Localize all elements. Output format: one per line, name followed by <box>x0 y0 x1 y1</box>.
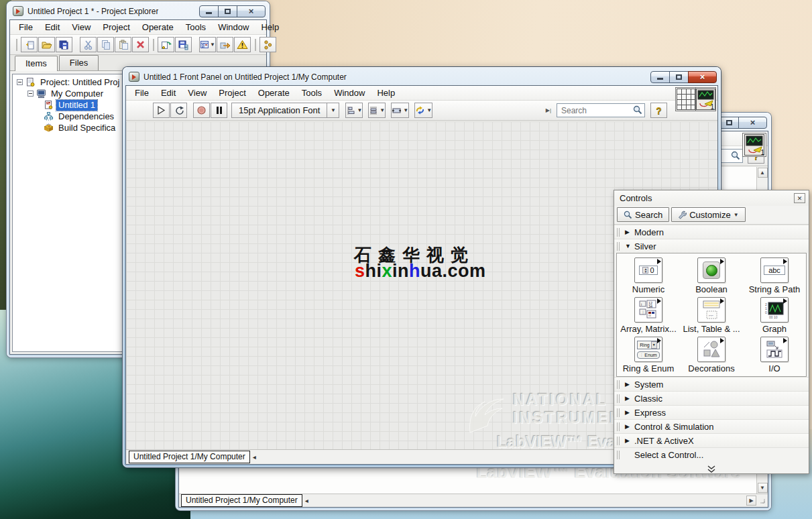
open-folder-button[interactable] <box>38 37 55 52</box>
palette-titlebar[interactable]: Controls ✕ <box>614 190 809 206</box>
menu-window[interactable]: Window <box>328 86 371 99</box>
scroll-up-icon[interactable]: ▲ <box>758 168 768 178</box>
palette-section-modern[interactable]: ▶ Modern <box>614 225 809 239</box>
abort-button[interactable] <box>193 103 210 118</box>
palette-item-ring-enum[interactable]: Ring▼ ⋮Enum Ring & Enum <box>617 334 680 373</box>
menu-view[interactable]: View <box>66 21 97 34</box>
close-button[interactable]: × <box>688 71 717 83</box>
palette-section-express[interactable]: ▶ Express <box>614 405 809 419</box>
menu-operate[interactable]: Operate <box>136 21 180 34</box>
menu-window[interactable]: Window <box>212 21 255 34</box>
search-pin-icon[interactable]: ▶| <box>546 107 551 113</box>
menu-view[interactable]: View <box>182 86 213 99</box>
palette-item-string-path[interactable]: abc String & Path <box>743 255 806 294</box>
collapse-icon[interactable] <box>17 79 23 85</box>
copy-button[interactable] <box>97 37 114 52</box>
menu-edit[interactable]: Edit <box>155 86 182 99</box>
warning-button[interactable] <box>234 37 251 52</box>
align-objects-dropdown[interactable]: ▼ <box>345 103 363 118</box>
pause-button[interactable] <box>211 103 227 118</box>
palette-close-button[interactable]: ✕ <box>794 193 805 203</box>
vi-icon-button[interactable]: 1 <box>742 133 766 157</box>
front-panel-titlebar[interactable]: Untitled 1 Front Panel on Untitled Proje… <box>123 67 721 84</box>
palette-section-net-activex[interactable]: ▶ .NET & ActiveX <box>614 433 809 447</box>
run-button[interactable] <box>153 103 170 118</box>
dependencies-button[interactable] <box>259 37 276 52</box>
minimize-button[interactable] <box>650 71 670 83</box>
menu-file[interactable]: File <box>129 86 155 99</box>
palette-item-graph[interactable]: 21000 10 Graph <box>743 294 806 334</box>
run-continuous-button[interactable] <box>170 103 187 118</box>
files-view-dropdown-button[interactable]: ▼ <box>199 37 216 52</box>
maximize-button[interactable] <box>218 5 237 17</box>
menu-tools[interactable]: Tools <box>296 86 328 99</box>
maximize-button[interactable] <box>719 117 739 129</box>
menu-help[interactable]: Help <box>255 21 285 34</box>
palette-item-boolean[interactable]: Boolean <box>680 255 743 294</box>
palette-section-system[interactable]: ▶ System <box>614 377 809 391</box>
cut-button[interactable] <box>80 37 97 52</box>
expand-arrow-icon: ▶ <box>625 381 634 388</box>
menu-help[interactable]: Help <box>371 86 401 99</box>
palette-section-classic[interactable]: ▶ Classic <box>614 391 809 405</box>
search-input[interactable] <box>557 103 645 117</box>
project-explorer-toolbar: ▼ <box>10 35 266 55</box>
maximize-button[interactable] <box>669 71 689 83</box>
close-button[interactable]: × <box>237 5 266 17</box>
connector-pane-button[interactable] <box>675 87 696 111</box>
resize-objects-dropdown[interactable]: ▼ <box>391 103 409 118</box>
tree-item-dependencies[interactable]: Dependencies <box>56 111 116 122</box>
font-selector[interactable]: 15pt Application Font ▼ <box>231 103 339 118</box>
vi-icon-button[interactable]: 1 <box>695 87 716 111</box>
search-box[interactable] <box>557 103 645 117</box>
tree-item-untitled-1[interactable]: Untitled 1 <box>56 100 97 111</box>
deploy-button[interactable] <box>217 37 233 52</box>
palette-item-array-matrix[interactable]: i1234⋮ Array, Matrix... <box>617 294 680 334</box>
palette-section-silver[interactable]: ▼ Silver <box>614 239 809 253</box>
menu-operate[interactable]: Operate <box>252 86 296 99</box>
dropdown-arrow-icon[interactable]: ▼ <box>327 103 339 117</box>
tab-files[interactable]: Files <box>59 55 99 70</box>
close-button[interactable]: × <box>738 117 767 129</box>
project-explorer-titlebar[interactable]: Untitled Project 1 * - Project Explorer … <box>7 1 270 19</box>
scroll-right-icon[interactable]: ▶ <box>746 496 756 506</box>
section-grip <box>617 408 620 417</box>
distribute-objects-dropdown[interactable]: ▼ <box>368 103 386 118</box>
refresh-project-button[interactable] <box>158 37 174 52</box>
select-a-control[interactable]: Select a Control... <box>614 447 809 462</box>
palette-expand-chevron[interactable] <box>614 462 809 475</box>
save-project-button[interactable] <box>175 37 192 52</box>
palette-item-decorations[interactable]: Decorations <box>680 334 743 373</box>
palette-item-io[interactable]: I/O <box>743 334 806 373</box>
collapse-icon[interactable] <box>27 91 34 97</box>
menu-file[interactable]: File <box>13 21 39 34</box>
new-file-button[interactable] <box>21 37 38 52</box>
menu-project[interactable]: Project <box>213 86 251 99</box>
tab-items[interactable]: Items <box>15 56 58 71</box>
section-grip <box>617 394 620 403</box>
palette-search-button[interactable]: Search <box>617 207 669 222</box>
dependencies-icon <box>44 111 54 121</box>
palette-item-numeric[interactable]: ▲▼0 Numeric <box>617 255 680 294</box>
pane-back-icon[interactable]: ◂ <box>253 453 256 461</box>
help-button[interactable]: ? <box>650 103 667 118</box>
reorder-dropdown[interactable]: ▼ <box>414 103 432 118</box>
scroll-down-icon[interactable]: ▼ <box>758 483 768 493</box>
paste-button[interactable] <box>115 37 131 52</box>
palette-section-control-simulation[interactable]: ▶ Control & Simulation <box>614 419 809 433</box>
palette-item-list-table[interactable]: ⌐⌐ List, Table & ... <box>680 294 743 334</box>
tree-item-project[interactable]: Project: Untitled Proj <box>38 77 122 88</box>
menu-tools[interactable]: Tools <box>180 21 212 34</box>
tree-item-my-computer[interactable]: My Computer <box>49 89 105 99</box>
resize-grip-icon[interactable] <box>759 498 766 504</box>
save-all-button[interactable] <box>56 37 72 52</box>
minimize-button[interactable] <box>199 5 219 17</box>
search-icon <box>624 211 632 219</box>
vi-number: 1 <box>710 103 714 111</box>
palette-customize-button[interactable]: Customize ▼ <box>671 207 745 222</box>
pane-back-icon[interactable]: ◂ <box>305 497 308 504</box>
menu-edit[interactable]: Edit <box>39 21 66 34</box>
tree-item-build-specs[interactable]: Build Specifica <box>56 123 117 133</box>
menu-project[interactable]: Project <box>97 21 135 34</box>
delete-button[interactable] <box>132 37 149 52</box>
